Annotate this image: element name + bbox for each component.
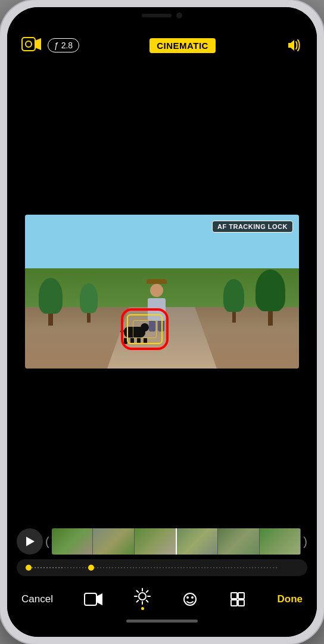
transform-icon: [229, 591, 246, 608]
scrubber-dot: [213, 567, 214, 568]
scrubber-dot: [76, 567, 77, 568]
bottom-section: ( ): [7, 521, 317, 637]
scrubber-dot: [49, 567, 51, 568]
scrubber-dot: [210, 567, 211, 568]
volume-icon[interactable]: [286, 38, 303, 52]
scrubber-dot: [139, 567, 140, 568]
svg-rect-17: [231, 593, 237, 599]
scrubber-dot: [157, 567, 158, 568]
scrubber-dot: [70, 567, 71, 568]
scrubber-dot: [106, 567, 107, 568]
exposure-dot: [141, 607, 144, 610]
scrubber-dot: [204, 567, 205, 568]
scrubber-dot: [264, 567, 265, 568]
home-indicator: [126, 620, 198, 623]
video-frame: AF TRACKING LOCK: [25, 215, 299, 369]
video-camera-button[interactable]: [84, 592, 103, 607]
timeline-thumb-5: [218, 528, 260, 555]
svg-line-11: [147, 600, 148, 602]
camera-mode-icon[interactable]: [21, 36, 42, 55]
scrubber-dot: [183, 567, 185, 568]
scrubber-dot: [115, 567, 116, 568]
done-button[interactable]: Done: [277, 593, 303, 605]
scrubber-dot: [148, 567, 149, 568]
transform-button[interactable]: [229, 591, 246, 608]
focus-area[interactable]: [121, 308, 169, 350]
scrubber-handle-left[interactable]: [26, 565, 32, 571]
play-icon: [26, 537, 35, 546]
svg-point-16: [191, 596, 194, 599]
scrubber-dot: [195, 567, 197, 568]
toolbar: Cancel: [7, 581, 317, 615]
timeline-thumb-2: [93, 528, 135, 555]
scrubber-dot: [192, 567, 194, 568]
scrubber-dot: [163, 567, 164, 568]
scrubber-handle-right[interactable]: [88, 565, 94, 571]
scrubber-dot: [127, 567, 128, 568]
scrubber-dot: [166, 567, 167, 568]
scrubber-dot: [172, 567, 173, 568]
scrubber-dot: [40, 567, 42, 568]
af-tracking-badge: AF TRACKING LOCK: [212, 221, 293, 233]
timeline-playhead: [176, 528, 177, 555]
scrubber-dot: [219, 567, 220, 568]
scrubber-dot: [189, 567, 191, 568]
top-bar-left: ƒ 2.8: [21, 36, 79, 55]
aperture-badge[interactable]: ƒ 2.8: [48, 38, 79, 52]
scrubber-dot: [73, 567, 74, 568]
scrubber-row: [7, 559, 317, 576]
scrubber-dot: [237, 567, 238, 568]
scrubber-dot: [240, 567, 241, 568]
phone-frame: ƒ 2.8 CINEMATIC: [0, 0, 324, 644]
scrubber-dot: [109, 567, 110, 568]
scrubber-dot: [35, 567, 36, 568]
play-button[interactable]: [17, 528, 43, 555]
scrubber-dot: [160, 567, 161, 568]
scrubber-dot: [216, 567, 217, 568]
video-camera-icon: [84, 592, 103, 607]
scrubber-dot: [97, 567, 98, 568]
scrubber-dot: [82, 567, 83, 568]
tree-right: [256, 270, 285, 326]
scrubber-dot: [169, 567, 170, 568]
svg-marker-4: [96, 593, 102, 605]
cancel-button[interactable]: Cancel: [21, 593, 53, 605]
scrubber-dot: [52, 567, 54, 568]
timeline-thumb-6: [260, 528, 301, 555]
svg-line-13: [137, 600, 139, 602]
face-tracking-button[interactable]: [182, 591, 198, 608]
tree-left: [39, 278, 63, 326]
notch: [120, 7, 204, 24]
scrubber-dot: [133, 567, 134, 568]
video-area[interactable]: AF TRACKING LOCK: [7, 62, 317, 521]
face-tracking-icon: [182, 591, 198, 608]
scrubber-dot: [61, 567, 63, 568]
scrubber-dot: [255, 567, 256, 568]
scrubber-dot: [43, 567, 45, 568]
scrubber-dot: [273, 567, 274, 568]
svg-rect-18: [238, 593, 244, 599]
phone-inner: ƒ 2.8 CINEMATIC: [7, 7, 317, 637]
notch-camera: [176, 13, 182, 18]
scrubber-dot: [67, 567, 68, 568]
scrubber-track[interactable]: [17, 559, 307, 576]
scrubber-dots: [17, 559, 307, 576]
scrubber-dot: [175, 567, 176, 568]
scrubber-dot: [118, 567, 119, 568]
scrubber-dot: [136, 567, 137, 568]
scrubber-dot: [85, 567, 86, 568]
scrubber-dot: [234, 567, 235, 568]
timeline-bracket-left: (: [45, 535, 49, 547]
timeline-row: ( ): [7, 528, 317, 555]
scrubber-dot: [124, 567, 125, 568]
scrubber-dot: [100, 567, 101, 568]
scrubber-dot: [186, 567, 188, 568]
timeline-strip[interactable]: [52, 528, 301, 555]
exposure-button[interactable]: [134, 588, 151, 610]
scrubber-dot: [228, 567, 229, 568]
scrubber-dot: [198, 567, 200, 568]
scrubber-dot: [145, 567, 146, 568]
svg-rect-19: [231, 600, 237, 606]
scrubber-dot: [231, 567, 232, 568]
cinematic-badge: CINEMATIC: [149, 38, 216, 53]
